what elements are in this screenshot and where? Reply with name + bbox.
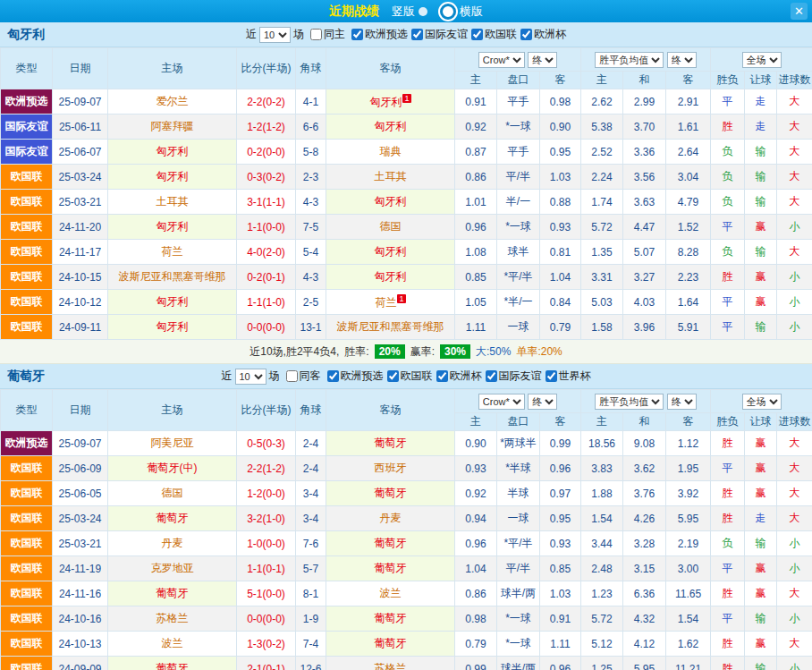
eu-odds-group: 胜平负均值 终 bbox=[581, 48, 711, 72]
layout-radio-horizontal[interactable]: 横版 bbox=[440, 4, 483, 20]
away-team[interactable]: 匈牙利 bbox=[326, 190, 455, 215]
away-team[interactable]: 葡萄牙 bbox=[326, 531, 455, 556]
wdl-result: 胜 bbox=[711, 581, 745, 606]
away-team[interactable]: 德国 bbox=[326, 215, 455, 240]
away-team[interactable]: 葡萄牙 bbox=[326, 632, 455, 657]
competition-checkbox[interactable] bbox=[436, 370, 448, 382]
home-team[interactable]: 阿美尼亚 bbox=[108, 431, 237, 456]
home-team[interactable]: 波兰 bbox=[108, 632, 237, 657]
home-team[interactable]: 匈牙利 bbox=[108, 290, 237, 315]
away-team[interactable]: 波斯尼亚和黑塞哥维那 bbox=[326, 315, 455, 340]
close-icon[interactable]: ✕ bbox=[791, 3, 808, 20]
wdl-result: 平 bbox=[711, 89, 745, 114]
overunder-result: 小 bbox=[777, 315, 812, 340]
home-team[interactable]: 爱尔兰 bbox=[108, 89, 237, 114]
competition-filter[interactable]: 欧国联 bbox=[468, 27, 517, 42]
eu-stage-select[interactable]: 终 bbox=[667, 52, 697, 68]
ah-home-odds: 0.92 bbox=[455, 114, 497, 140]
recent-count-select[interactable]: 10 bbox=[235, 369, 266, 385]
away-team[interactable]: 丹麦 bbox=[326, 506, 455, 531]
eu-home-odds: 1.74 bbox=[581, 190, 623, 215]
away-team[interactable]: 匈牙利 bbox=[326, 114, 455, 140]
home-team[interactable]: 匈牙利 bbox=[108, 315, 237, 340]
home-team[interactable]: 匈牙利 bbox=[108, 140, 237, 165]
ah-line: 平手 bbox=[497, 89, 540, 114]
home-team[interactable]: 土耳其 bbox=[108, 190, 237, 215]
home-team[interactable]: 葡萄牙 bbox=[108, 506, 237, 531]
ah-away-odds: 0.93 bbox=[540, 215, 581, 240]
score: 1-2(1-2) bbox=[237, 114, 296, 140]
avg-odds-select[interactable]: 胜平负均值 bbox=[595, 52, 664, 68]
recent-count-select[interactable]: 10 bbox=[259, 27, 291, 43]
home-team[interactable]: 葡萄牙 bbox=[108, 581, 237, 606]
team-label: 瑞典 bbox=[380, 145, 402, 157]
eu-draw-odds: 4.32 bbox=[623, 606, 666, 632]
competition-checkbox[interactable] bbox=[546, 370, 557, 382]
scope-select[interactable]: 全场 bbox=[742, 52, 782, 68]
away-team[interactable]: 瑞典 bbox=[326, 140, 455, 165]
scope-select[interactable]: 全场 bbox=[742, 394, 782, 410]
competition-filter[interactable]: 世界杯 bbox=[542, 369, 591, 384]
home-team[interactable]: 丹麦 bbox=[108, 531, 237, 556]
away-team[interactable]: 苏格兰 bbox=[326, 657, 455, 670]
home-team[interactable]: 阿塞拜疆 bbox=[108, 114, 237, 140]
home-team[interactable]: 德国 bbox=[108, 481, 237, 506]
competition-filter[interactable]: 欧洲预选 bbox=[348, 27, 408, 42]
layout-radio-vertical[interactable]: 竖版 bbox=[392, 4, 427, 20]
home-team[interactable]: 波斯尼亚和黑塞哥维那 bbox=[108, 265, 237, 290]
bookmaker-select[interactable]: Crow* bbox=[478, 394, 525, 410]
eu-stage-select[interactable]: 终 bbox=[667, 394, 697, 410]
radio-selected-icon[interactable] bbox=[440, 4, 456, 20]
handicap-result: 输 bbox=[745, 190, 777, 215]
away-team[interactable]: 葡萄牙 bbox=[326, 481, 455, 506]
team-label: 波兰 bbox=[380, 587, 402, 599]
home-team[interactable]: 匈牙利 bbox=[108, 165, 237, 190]
away-team[interactable]: 葡萄牙 bbox=[326, 556, 455, 581]
table-row: 欧国联 25-03-24 葡萄牙 3-2(1-0) 3-4 丹麦 0.94 一球… bbox=[1, 506, 812, 531]
score: 3-2(1-0) bbox=[237, 506, 296, 531]
competition-checkbox[interactable] bbox=[520, 29, 532, 40]
competition-checkbox[interactable] bbox=[387, 370, 399, 382]
competition-filter[interactable]: 欧国联 bbox=[384, 369, 433, 384]
bookmaker-select[interactable]: Crow* bbox=[478, 52, 525, 68]
home-team[interactable]: 克罗地亚 bbox=[108, 556, 237, 581]
away-team[interactable]: 荷兰1 bbox=[326, 290, 455, 315]
home-team[interactable]: 苏格兰 bbox=[108, 606, 237, 632]
corner-count: 2-4 bbox=[296, 431, 326, 456]
match-date: 24-10-13 bbox=[53, 632, 108, 657]
away-team[interactable]: 西班牙 bbox=[326, 456, 455, 481]
away-team[interactable]: 匈牙利 bbox=[326, 240, 455, 265]
away-team[interactable]: 匈牙利 bbox=[326, 265, 455, 290]
team-label: 匈牙利 bbox=[156, 320, 189, 333]
competition-checkbox[interactable] bbox=[327, 370, 339, 382]
away-team[interactable]: 匈牙利1 bbox=[326, 89, 455, 114]
home-team[interactable]: 葡萄牙(中) bbox=[108, 456, 237, 481]
same-side-checkbox[interactable] bbox=[310, 29, 322, 40]
team-label: 丹麦 bbox=[380, 512, 402, 524]
competition-checkbox[interactable] bbox=[411, 29, 423, 40]
competition-filter[interactable]: 欧洲预选 bbox=[324, 369, 384, 384]
ah-stage-select[interactable]: 终 bbox=[528, 52, 557, 68]
home-team[interactable]: 荷兰 bbox=[108, 240, 237, 265]
competition-filter[interactable]: 欧洲杯 bbox=[517, 27, 566, 42]
away-team[interactable]: 土耳其 bbox=[326, 165, 455, 190]
same-side-checkbox[interactable] bbox=[286, 370, 298, 382]
avg-odds-select[interactable]: 胜平负均值 bbox=[595, 394, 664, 410]
competition-checkbox[interactable] bbox=[351, 29, 363, 40]
same-side-filter[interactable]: 同客 bbox=[283, 369, 321, 384]
home-team[interactable]: 葡萄牙 bbox=[108, 657, 237, 670]
ah-stage-select[interactable]: 终 bbox=[528, 394, 557, 410]
competition-checkbox[interactable] bbox=[471, 29, 483, 40]
competition-filter[interactable]: 国际友谊 bbox=[408, 27, 468, 42]
competition-filter[interactable]: 国际友谊 bbox=[482, 369, 542, 384]
competition-badge: 欧国联 bbox=[1, 657, 53, 670]
away-team[interactable]: 葡萄牙 bbox=[326, 606, 455, 632]
home-team[interactable]: 匈牙利 bbox=[108, 215, 237, 240]
wdl-result: 胜 bbox=[711, 114, 745, 140]
competition-checkbox[interactable] bbox=[486, 370, 497, 382]
radio-unselected-icon[interactable] bbox=[419, 7, 427, 16]
same-side-filter[interactable]: 同主 bbox=[307, 27, 345, 42]
competition-filter[interactable]: 欧洲杯 bbox=[433, 369, 482, 384]
away-team[interactable]: 葡萄牙 bbox=[326, 431, 455, 456]
away-team[interactable]: 波兰 bbox=[326, 581, 455, 606]
